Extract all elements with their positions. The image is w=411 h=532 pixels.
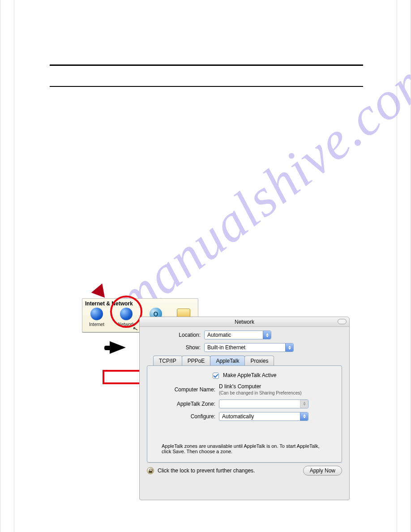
appletalk-active-checkbox[interactable] bbox=[213, 373, 219, 379]
chevron-updown-icon bbox=[263, 331, 271, 339]
computer-name-row: Computer Name: D link's Computer (Can be… bbox=[162, 383, 327, 396]
network-tabbar: TCP/IP PPPoE AppleTalk Proxies bbox=[153, 356, 336, 365]
configure-row: Configure: Automatically bbox=[162, 412, 327, 421]
configure-value: Automatically bbox=[222, 413, 254, 420]
tab-pppoe[interactable]: PPPoE bbox=[182, 356, 211, 365]
tab-tcpip[interactable]: TCP/IP bbox=[153, 356, 182, 365]
tab-label: Proxies bbox=[250, 358, 268, 364]
location-select[interactable]: Automatic bbox=[204, 330, 271, 339]
watermark-text: manualshive.com bbox=[103, 44, 411, 331]
page-rule-right bbox=[397, 0, 397, 532]
apply-now-button[interactable]: Apply Now bbox=[303, 466, 342, 476]
zone-select bbox=[219, 399, 308, 408]
tab-label: AppleTalk bbox=[216, 358, 239, 364]
chevron-updown-icon bbox=[300, 412, 308, 420]
tab-appletalk[interactable]: AppleTalk bbox=[210, 356, 245, 365]
sysprefs-icon-internet[interactable]: Internet bbox=[85, 308, 108, 327]
lock-icon[interactable] bbox=[147, 467, 154, 474]
appletalk-active-label: Make AppleTalk Active bbox=[223, 372, 276, 378]
chevron-updown-icon bbox=[300, 400, 308, 408]
lock-text: Click the lock to prevent further change… bbox=[158, 468, 255, 474]
window-footer: Click the lock to prevent further change… bbox=[147, 463, 342, 476]
configure-select[interactable]: Automatically bbox=[219, 412, 308, 421]
show-value: Built-in Ethernet bbox=[207, 344, 245, 351]
sysprefs-icon-label: Internet bbox=[89, 322, 104, 327]
divider-thick bbox=[50, 64, 363, 66]
tab-label: TCP/IP bbox=[159, 358, 176, 364]
window-title: Network bbox=[235, 319, 254, 325]
apply-label: Apply Now bbox=[310, 468, 335, 474]
location-row: Location: Automatic bbox=[147, 330, 342, 339]
annotation-circle bbox=[110, 296, 142, 328]
show-select[interactable]: Built-in Ethernet bbox=[204, 343, 294, 352]
tab-proxies[interactable]: Proxies bbox=[244, 356, 274, 365]
appletalk-note: AppleTalk zones are unavailable until Ap… bbox=[162, 443, 327, 454]
appletalk-active-row: Make AppleTalk Active bbox=[154, 372, 334, 379]
annotation-arrow-icon bbox=[110, 341, 126, 354]
divider-thin bbox=[50, 86, 363, 87]
computer-name-block: D link's Computer (Can be changed in Sha… bbox=[219, 383, 302, 396]
zone-row: AppleTalk Zone: bbox=[162, 399, 327, 408]
toolbar-pill-button[interactable] bbox=[338, 319, 347, 324]
tab-appletalk-page: Make AppleTalk Active Computer Name: D l… bbox=[147, 365, 342, 463]
zone-label: AppleTalk Zone: bbox=[162, 401, 215, 407]
document-page: manualshive.com Internet & Network Inter… bbox=[0, 0, 411, 532]
configure-label: Configure: bbox=[162, 413, 215, 420]
location-value: Automatic bbox=[207, 332, 231, 338]
show-label: Show: bbox=[147, 344, 201, 351]
computer-name-label: Computer Name: bbox=[162, 386, 215, 393]
chevron-updown-icon bbox=[285, 343, 293, 352]
page-rule-left bbox=[14, 0, 14, 532]
network-window: Network Location: Automatic Show: Built-… bbox=[139, 317, 350, 500]
globe-icon bbox=[90, 308, 103, 320]
show-row: Show: Built-in Ethernet bbox=[147, 343, 342, 352]
window-titlebar[interactable]: Network bbox=[140, 317, 349, 327]
location-label: Location: bbox=[147, 332, 201, 338]
computer-name-value: D link's Computer bbox=[219, 383, 261, 390]
tab-label: PPPoE bbox=[188, 358, 205, 364]
computer-name-sub: (Can be changed in Sharing Preferences) bbox=[219, 390, 302, 395]
